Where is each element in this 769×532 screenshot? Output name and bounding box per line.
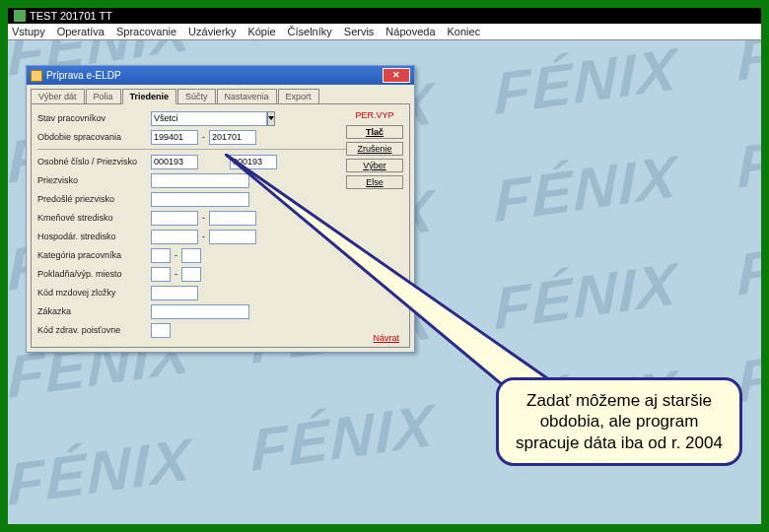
tab-triedenie[interactable]: Triedenie	[122, 89, 177, 104]
navrat-link[interactable]: Návrat	[373, 333, 399, 343]
kodzp-label: Kód zdrav. poisťovne	[37, 325, 151, 335]
dialog-title: Príprava e-ELDP	[46, 70, 121, 81]
callout-box: Zadať môžeme aj staršie obdobia, ale pro…	[496, 377, 742, 466]
kodmzd-label: Kód mzdovej zložky	[37, 288, 151, 298]
main-window: TEST 201701 TT Vstupy Operatíva Spracova…	[8, 8, 761, 40]
obdobie-from-input[interactable]	[151, 130, 198, 145]
vyber-button[interactable]: Výber	[346, 159, 403, 172]
oscis-label: Osobné číslo / Priezvisko	[37, 157, 151, 166]
priezvisko-label: Priezvisko	[37, 175, 151, 185]
menu-servis[interactable]: Servis	[344, 26, 375, 37]
zrusenie-button[interactable]: Zrušenie	[346, 142, 403, 156]
tlac-button[interactable]: Tlač	[346, 125, 403, 139]
dialog-tabs: Výber dát Polia Triedenie Súčty Nastaven…	[27, 85, 414, 103]
kodmzd-input[interactable]	[151, 286, 198, 300]
tab-polia[interactable]: Polia	[86, 89, 121, 103]
obdobie-label: Obdobie spracovania	[37, 132, 151, 142]
menu-operativa[interactable]: Operatíva	[57, 26, 105, 37]
dialog-icon	[31, 70, 42, 82]
pokl-to-input[interactable]	[181, 267, 201, 282]
menu-koniec[interactable]: Koniec	[448, 26, 481, 37]
tab-export[interactable]: Export	[278, 89, 319, 103]
pervyp-label: PER.VYP	[346, 110, 403, 120]
dialog-body: PER.VYP Tlač Zrušenie Výber Else Stav pr…	[31, 103, 410, 348]
obdobie-to-input[interactable]	[209, 130, 256, 145]
kateg-label: Kategória pracovníka	[37, 250, 151, 260]
oscis-from-input[interactable]	[151, 155, 198, 169]
tab-sucty[interactable]: Súčty	[177, 89, 216, 103]
kmen-to-input[interactable]	[209, 211, 256, 226]
menu-spracovanie[interactable]: Spracovanie	[116, 26, 176, 37]
menu-bar: Vstupy Operatíva Spracovanie Uzávierky K…	[8, 24, 761, 39]
pokl-label: Pokladňa/výp. miesto	[37, 269, 151, 279]
app-icon	[14, 10, 26, 22]
menu-uzavierky[interactable]: Uzávierky	[188, 26, 236, 37]
side-buttons: PER.VYP Tlač Zrušenie Výber Else	[346, 110, 403, 189]
hosp-to-input[interactable]	[209, 230, 256, 244]
dialog-titlebar: Príprava e-ELDP ✕	[27, 66, 414, 85]
predosle-input[interactable]	[151, 192, 249, 207]
title-bar: TEST 201701 TT	[8, 8, 761, 24]
stav-select[interactable]	[151, 111, 230, 126]
menu-napoveda[interactable]: Nápoveda	[385, 26, 435, 37]
zakazka-input[interactable]	[151, 304, 249, 319]
chevron-down-icon[interactable]	[267, 111, 275, 126]
tab-nastavenia[interactable]: Nastavenia	[217, 89, 277, 103]
menu-vstupy[interactable]: Vstupy	[12, 26, 45, 37]
menu-kopie[interactable]: Kópie	[247, 26, 275, 37]
kmen-from-input[interactable]	[151, 211, 198, 226]
stav-label: Stav pracovníkov	[37, 113, 151, 123]
priezvisko-input[interactable]	[151, 173, 249, 188]
stav-value[interactable]	[151, 111, 267, 126]
dialog-priprava-eldp: Príprava e-ELDP ✕ Výber dát Polia Triede…	[26, 65, 415, 353]
tab-vyber-dat[interactable]: Výber dát	[31, 89, 85, 103]
hosp-from-input[interactable]	[151, 230, 198, 244]
else-button[interactable]: Else	[346, 175, 403, 189]
app-title: TEST 201701 TT	[30, 10, 112, 22]
kateg-from-input[interactable]	[151, 248, 171, 263]
predosle-label: Predošlé priezvisko	[37, 194, 151, 204]
callout-text: Zadať môžeme aj staršie obdobia, ale pro…	[516, 391, 723, 452]
kodzp-input[interactable]	[151, 323, 171, 338]
pokl-from-input[interactable]	[151, 267, 171, 282]
oscis-to-input[interactable]	[230, 155, 277, 169]
hosp-label: Hospodár. stredisko	[37, 232, 151, 241]
zakazka-label: Zákazka	[37, 306, 151, 316]
menu-ciselniky[interactable]: Číselníky	[288, 26, 332, 37]
kateg-to-input[interactable]	[181, 248, 201, 263]
kmen-label: Kmeňové stredisko	[37, 213, 151, 223]
close-icon[interactable]: ✕	[383, 68, 410, 83]
